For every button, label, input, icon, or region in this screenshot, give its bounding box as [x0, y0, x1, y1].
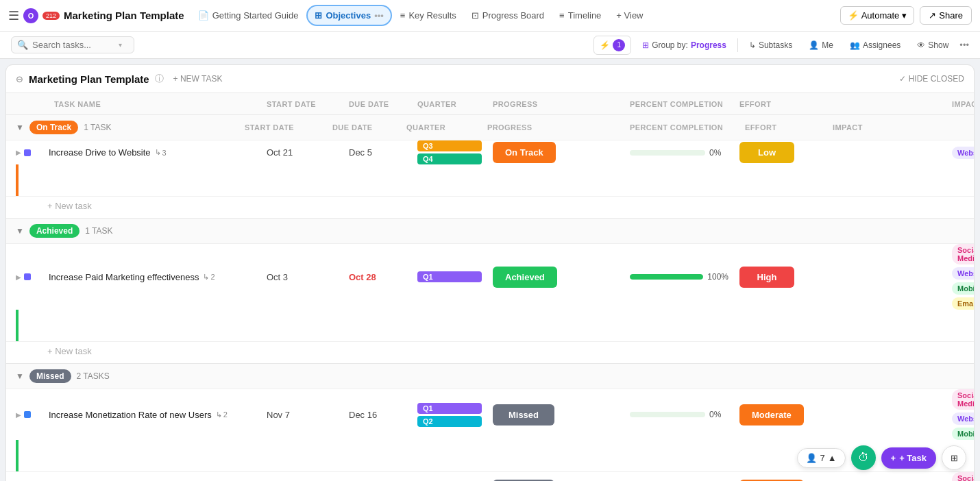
new-task-achieved[interactable]: + New task	[6, 342, 974, 363]
task-progress-3: Missed	[487, 404, 624, 426]
task-expand-3[interactable]: ▶	[16, 411, 49, 419]
show-button[interactable]: 👁 Show	[911, 38, 954, 53]
people-icon: 👤	[806, 453, 817, 463]
subtask-icon: ↳	[155, 148, 161, 157]
app-logo: O	[23, 8, 38, 23]
assignees-icon: 👥	[850, 40, 860, 50]
nav-right-actions: ⚡ Automate ▾ ↗ Share	[840, 6, 972, 25]
quarter-badge-q3: Q3	[417, 140, 482, 151]
me-button[interactable]: 👤 Me	[803, 38, 839, 53]
more-options-button[interactable]: •••	[959, 40, 969, 50]
effort-badge-high: High	[739, 267, 794, 288]
separator	[737, 38, 738, 52]
table-row: ▶ Increase Brand Presence ↳ 3 Nov 7 Dec …	[6, 472, 974, 481]
task-impact-4: Social Media Website	[946, 472, 974, 481]
task-pct-2: 100%	[624, 272, 734, 282]
col-h-duedate-ontrack: DUE DATE	[327, 123, 395, 132]
quarter-badge-q4: Q4	[417, 153, 482, 164]
group-chevron-achieved[interactable]: ▼	[16, 226, 24, 236]
quarter-badge-q1: Q1	[417, 271, 482, 282]
hamburger-icon[interactable]: ☰	[8, 8, 19, 23]
task-count-button[interactable]: 👤 7 ▲	[797, 448, 845, 468]
task-quarter-3: Q1 Q2	[412, 403, 487, 427]
search-box[interactable]: 🔍 ▾	[11, 36, 134, 53]
accent-bar-2	[16, 310, 19, 341]
group-badge-achieved: Achieved	[29, 224, 79, 238]
add-task-button[interactable]: + + Task	[881, 447, 936, 469]
group-chevron-missed[interactable]: ▼	[16, 371, 24, 381]
col-h-impact-ontrack: IMPACT	[827, 123, 964, 132]
assignees-button[interactable]: 👥 Assignees	[844, 38, 906, 53]
group-chevron-ontrack[interactable]: ▼	[16, 123, 24, 132]
hide-closed-button[interactable]: ✓ HIDE CLOSED	[899, 74, 964, 84]
task-start-date-3: Nov 7	[261, 410, 343, 420]
impact-tag-social: Social Media	[952, 472, 975, 481]
task-progress-2: Achieved	[487, 267, 624, 288]
col-effort: EFFORT	[734, 100, 946, 108]
task-expand-2[interactable]: ▶	[16, 273, 49, 281]
impact-tag-social: Social Media	[952, 389, 975, 410]
quarter-badge-q2: Q2	[417, 416, 482, 427]
expand-arrow-icon: ▶	[16, 149, 21, 156]
progress-bar-bg	[630, 274, 703, 280]
progress-bar-bg	[630, 412, 705, 417]
main-content: ⊖ Marketing Plan Template ⓘ + NEW TASK ✓…	[0, 59, 980, 481]
list-collapse-icon[interactable]: ⊖	[16, 74, 23, 84]
subtasks-button[interactable]: ↳ Subtasks	[744, 38, 798, 53]
col-due-date: DUE DATE	[343, 100, 412, 108]
group-by-button[interactable]: ⊞ Group by: Progress	[637, 38, 732, 53]
task-due-date-2: Oct 28	[343, 272, 412, 282]
share-button[interactable]: ↗ Share	[920, 6, 972, 25]
task-impact-3: Social Media Website Mobile	[946, 389, 974, 440]
col-h-quarter-ontrack: QUARTER	[401, 123, 476, 132]
col-h-effort-ontrack: EFFORT	[739, 123, 822, 132]
impact-tag-website: Website	[952, 147, 975, 159]
tab-timeline[interactable]: ≡ Timeline	[552, 6, 608, 25]
pct-text-2: 100%	[707, 272, 728, 282]
timer-button[interactable]: ⏱	[851, 445, 876, 470]
subtasks-icon: ↳	[749, 40, 756, 50]
col-quarter: QUARTER	[412, 100, 487, 108]
task-expand-1[interactable]: ▶	[16, 149, 49, 156]
list-icon: ≡	[400, 10, 406, 21]
expand-arrow-icon: ▶	[16, 411, 21, 419]
tab-objectives[interactable]: ⊞ Objectives •••	[306, 5, 391, 26]
col-progress: PROGRESS	[487, 100, 624, 108]
task-due-date-3: Dec 16	[343, 410, 412, 420]
group-badge-missed: Missed	[29, 369, 71, 383]
toolbar-right: ⚡ 1 ⊞ Group by: Progress ↳ Subtasks 👤 Me…	[593, 36, 969, 55]
col-impact: IMPACT	[946, 100, 974, 108]
progress-badge-achieved: Achieved	[493, 267, 557, 288]
filter-button[interactable]: ⚡ 1	[593, 36, 631, 55]
accent-bar-3	[16, 440, 19, 471]
grid-view-button[interactable]: ⊞	[942, 445, 966, 470]
group-count-achieved: 1 TASK	[85, 226, 112, 236]
impact-tag-website: Website	[952, 412, 975, 425]
list-info-icon[interactable]: ⓘ	[155, 73, 164, 85]
nav-badge: 212	[42, 12, 60, 20]
tab-add-view[interactable]: + View	[609, 6, 650, 25]
tab-progress-board[interactable]: ⊡ Progress Board	[465, 6, 551, 25]
task-name-2[interactable]: Increase Paid Marketing effectiveness ↳ …	[49, 272, 261, 282]
subtask-count-2: ↳ 2	[203, 273, 215, 282]
group-header-ontrack: ▼ On Track 1 TASK START DATE DUE DATE QU…	[6, 115, 974, 140]
subtask-count-3: ↳ 2	[216, 410, 228, 419]
task-name-3[interactable]: Increase Monetization Rate of new Users …	[49, 410, 261, 420]
new-task-ontrack[interactable]: + New task	[6, 197, 974, 218]
group-header-achieved: ▼ Achieved 1 TASK	[6, 219, 974, 244]
automate-button[interactable]: ⚡ Automate ▾	[840, 6, 915, 25]
new-task-button[interactable]: + NEW TASK	[169, 72, 227, 86]
col-h-progress-ontrack: PROGRESS	[482, 123, 619, 132]
table-row: ▶ Increase Drive to Website ↳ 3 Oct 21 D…	[6, 140, 974, 197]
search-input[interactable]	[32, 40, 114, 50]
tab-key-results[interactable]: ≡ Key Results	[393, 6, 463, 25]
app-title: Marketing Plan Template	[64, 10, 184, 21]
task-pct-1: 0%	[624, 148, 734, 158]
timeline-icon: ≡	[559, 10, 565, 21]
tab-getting-started[interactable]: 📄 Getting Started Guide	[191, 6, 306, 25]
chevron-down-icon[interactable]: ▾	[119, 41, 122, 49]
task-progress-1: On Track	[487, 142, 624, 163]
plus-icon: +	[891, 453, 896, 463]
task-name-1[interactable]: Increase Drive to Website ↳ 3	[49, 147, 261, 158]
filter-badge: 1	[613, 39, 625, 51]
